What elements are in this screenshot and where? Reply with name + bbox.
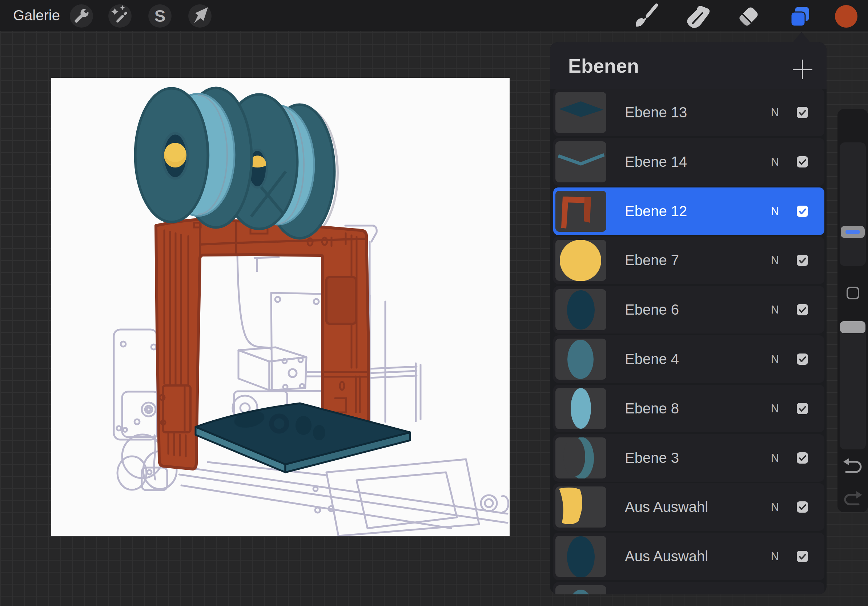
- svg-text:S: S: [155, 6, 166, 25]
